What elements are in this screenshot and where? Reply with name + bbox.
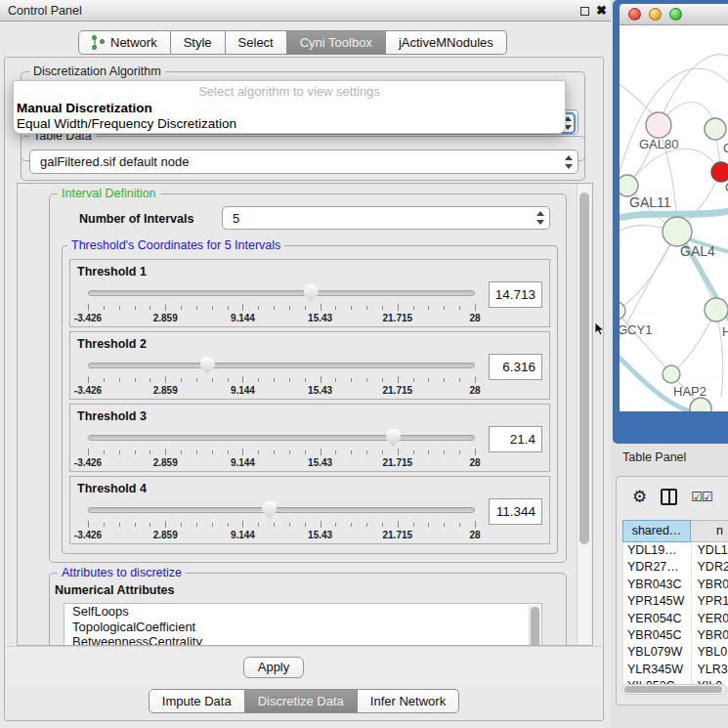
table-row[interactable]: YBR043CYBR0 (623, 577, 728, 593)
network-canvas[interactable]: GAL80 GAL11 GAL4 GCY1 HAP2 G C H (620, 25, 728, 411)
tab-infer-network[interactable]: Infer Network (358, 689, 459, 713)
threshold-3-value[interactable]: 21.4 (489, 426, 542, 452)
numerical-attributes-label: Numerical Attributes (55, 583, 174, 597)
tick-label: 15.43 (308, 457, 332, 468)
node (646, 112, 671, 138)
node (705, 118, 726, 140)
stepper-arrows-icon (535, 211, 544, 225)
top-tabstrip: Network Style Select Cyni Toolbox jActiv… (78, 30, 507, 55)
slider-thumb[interactable] (200, 357, 215, 374)
tick-label: 2.859 (153, 313, 178, 323)
threshold-2-value[interactable]: 6.316 (489, 354, 542, 380)
column-header-shared[interactable]: shared… (622, 520, 691, 542)
node-red (711, 162, 728, 182)
node (663, 365, 680, 383)
panel-title: Control Panel (8, 0, 82, 21)
threshold-2-slider[interactable]: -3.4262.8599.14415.4321.71528 (88, 356, 475, 399)
node-label: GAL4 (680, 243, 715, 259)
interval-definition-group: Interval Definition Number of Intervals … (49, 193, 567, 563)
tick-label: 9.144 (231, 530, 255, 540)
tab-discretize-data[interactable]: Discretize Data (245, 689, 358, 713)
table-panel-title: Table Panel (622, 450, 686, 464)
settings-scrollpane: Interval Definition Number of Intervals … (17, 183, 593, 646)
apply-button[interactable]: Apply (243, 657, 304, 678)
table-body: YDL19…YDL1YDR27…YDR2YBR043CYBR0YPR145WYP… (622, 542, 728, 686)
table-row[interactable]: YLR345WYLR3 (623, 662, 728, 678)
tick-label: -3.426 (74, 457, 102, 468)
threshold-3-box: Threshold 3 -3.4262.8599.14415.4321.7152… (69, 404, 550, 472)
tick-label: 28 (469, 530, 480, 540)
tick-label: 21.715 (383, 457, 413, 468)
tick-label: 2.859 (153, 530, 178, 540)
tick-label: 28 (469, 313, 480, 323)
right-column: GAL80 GAL11 GAL4 GCY1 HAP2 G C H Table P… (611, 0, 728, 728)
mouse-cursor (594, 321, 606, 337)
select-columns-icon[interactable]: ☑☑ (691, 490, 711, 504)
tab-select[interactable]: Select (226, 30, 287, 55)
node-label: GCY1 (620, 322, 652, 337)
algorithm-dropdown-popup: Select algorithm to view settings Manual… (13, 80, 566, 134)
tick-label: 15.43 (308, 385, 332, 396)
network-view-window: GAL80 GAL11 GAL4 GCY1 HAP2 G C H (613, 0, 728, 444)
table-row[interactable]: YBL079WYBL0 (623, 644, 728, 661)
column-header-name[interactable]: n (691, 520, 728, 542)
tick-label: 2.859 (153, 385, 178, 396)
option-equal-width-frequency[interactable]: Equal Width/Frequency Discretization (17, 116, 236, 131)
attribute-list-item[interactable]: TopologicalCoefficient (64, 620, 541, 635)
threshold-1-value[interactable]: 14.713 (489, 281, 542, 308)
float-panel-icon[interactable] (580, 7, 589, 16)
bottom-tabstrip: Impute Data Discretize Data Infer Networ… (5, 689, 603, 713)
node-label-fragment: H (722, 324, 728, 339)
node-label: GAL11 (629, 194, 671, 210)
node (690, 398, 711, 411)
node-label-fragment: G (723, 141, 728, 155)
gear-icon[interactable]: ⚙ (632, 489, 647, 505)
attribute-list-item[interactable]: BetweennessCentrality (64, 634, 541, 646)
tick-label: 28 (469, 457, 480, 468)
table-row[interactable]: YPR145WYPR1 (623, 593, 728, 610)
minimize-window-icon[interactable] (649, 8, 662, 21)
split-columns-icon[interactable] (661, 489, 677, 505)
interval-definition-label: Interval Definition (58, 187, 160, 200)
slider-thumb[interactable] (262, 501, 277, 519)
table-row[interactable]: YBR045CYBR0 (623, 627, 728, 644)
threshold-1-slider[interactable]: -3.4262.8599.14415.4321.71528 (88, 283, 475, 326)
network-icon (92, 35, 105, 50)
slider-thumb[interactable] (386, 429, 401, 447)
numerical-attributes-list[interactable]: SelfLoopsTopologicalCoefficientBetweenne… (64, 603, 542, 646)
attributes-group-label: Attributes to discretize (58, 566, 186, 579)
option-manual-discretization[interactable]: Manual Discretization (17, 101, 152, 115)
tab-network[interactable]: Network (78, 30, 171, 55)
tick-label: 28 (469, 385, 480, 396)
tab-cyni-toolbox[interactable]: Cyni Toolbox (287, 30, 386, 55)
slider-thumb[interactable] (304, 284, 319, 302)
tab-style[interactable]: Style (171, 30, 226, 55)
table-hscrollbar[interactable] (621, 684, 727, 695)
list-scrollbar[interactable] (529, 605, 540, 646)
screen: Control Panel ✖ Network Style Select Cyn… (0, 0, 728, 728)
tick-label: 2.859 (153, 457, 178, 468)
table-data-combobox[interactable]: galFiltered.sif default node (29, 150, 578, 174)
threshold-4-slider[interactable]: -3.4262.8599.14415.4321.71528 (88, 500, 475, 543)
attribute-list-item[interactable]: SelfLoops (64, 604, 541, 620)
settings-scrollbar[interactable] (577, 185, 591, 644)
network-window-titlebar (620, 4, 728, 25)
table-row[interactable]: YDL19…YDL1 (623, 542, 728, 559)
node (620, 175, 638, 196)
thresholds-group: Threshold's Coordinates for 5 Intervals … (62, 245, 558, 554)
tab-jactivemnodules[interactable]: jActiveMNodules (386, 30, 507, 55)
threshold-4-value[interactable]: 11.344 (489, 498, 542, 525)
cyni-content: Discretization Algorithm Select algorith… (4, 57, 604, 721)
number-of-intervals-combobox[interactable]: 5 (222, 206, 550, 230)
table-row[interactable]: YER054CYER0 (623, 611, 728, 627)
table-panel-toolbar: ⚙ ☑☑ (617, 483, 728, 510)
close-panel-icon[interactable]: ✖ (596, 0, 607, 21)
threshold-3-slider[interactable]: -3.4262.8599.14415.4321.71528 (88, 428, 475, 471)
table-row[interactable]: YDR27…YDR2 (623, 559, 728, 576)
tick-label: -3.426 (74, 313, 102, 323)
close-window-icon[interactable] (628, 8, 641, 21)
table-data-group: Table Data galFiltered.sif default node (21, 136, 585, 181)
zoom-window-icon[interactable] (669, 8, 682, 21)
tab-impute-data[interactable]: Impute Data (149, 689, 245, 713)
threshold-1-box: Threshold 1 -3.4262.8599.14415.4321.7152… (69, 259, 550, 327)
